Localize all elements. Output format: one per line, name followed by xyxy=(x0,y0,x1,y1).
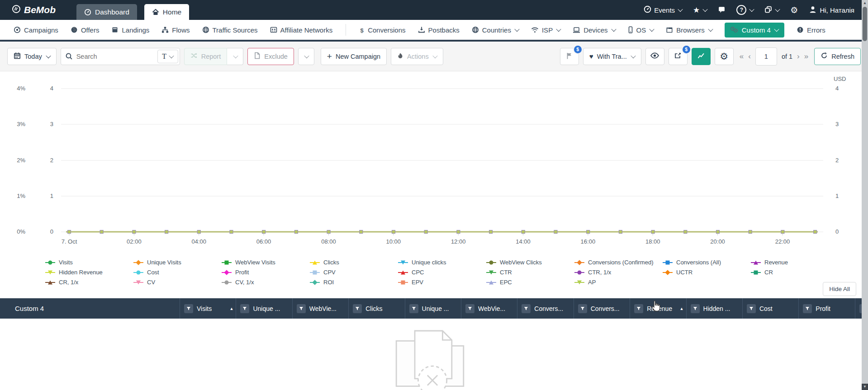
last-page-button[interactable]: » xyxy=(804,52,808,61)
nav-item-offers[interactable]: $Offers xyxy=(71,26,100,34)
column-header-unique[interactable]: Unique ... xyxy=(405,298,461,319)
filter-icon[interactable] xyxy=(578,304,587,313)
report-button[interactable]: Report xyxy=(184,48,228,65)
scrollbar-thumb[interactable] xyxy=(863,7,867,41)
favorites-menu[interactable]: ★ xyxy=(693,5,707,15)
legend-item-conversions-all[interactable]: Conversions (All) xyxy=(663,258,751,267)
flag-filter-button[interactable]: $ xyxy=(560,48,579,65)
tab-dashboard[interactable]: Dashboard xyxy=(76,4,137,20)
page-input[interactable] xyxy=(755,47,777,66)
column-header-unique[interactable]: Unique ... xyxy=(236,298,292,319)
filter-icon[interactable] xyxy=(240,304,249,313)
legend-item-epc[interactable]: EPC xyxy=(486,277,574,287)
user-menu[interactable]: Hi, Наталія xyxy=(809,5,854,15)
nav-item-errors[interactable]: Errors xyxy=(797,26,825,34)
legend-item-conversions-confirmed[interactable]: Conversions (Confirmed) xyxy=(574,258,663,267)
new-campaign-button[interactable]: + New Campaign xyxy=(321,48,387,65)
exclude-button[interactable]: Exclude xyxy=(247,48,294,65)
next-page-button[interactable]: › xyxy=(797,52,800,61)
scroll-up-arrow-icon[interactable]: ▲ xyxy=(862,1,868,5)
filter-icon[interactable] xyxy=(297,304,306,313)
nav-item-countries[interactable]: Countries xyxy=(472,26,519,34)
filter-icon[interactable] xyxy=(634,304,643,313)
legend-item-ap[interactable]: AP xyxy=(574,277,663,287)
nav-item-browsers[interactable]: Browsers xyxy=(666,26,712,34)
nav-item-postbacks[interactable]: Postbacks xyxy=(418,26,460,34)
chat-button[interactable] xyxy=(718,5,726,14)
search-type-dropdown[interactable]: T xyxy=(157,50,178,63)
date-range-button[interactable]: Today xyxy=(7,48,57,65)
legend-item-ctr-1-x[interactable]: CTR, 1/x xyxy=(574,268,663,277)
filter-icon[interactable] xyxy=(522,304,531,313)
legend-item-uctr[interactable]: UCTR xyxy=(663,268,751,277)
legend-item-cr[interactable]: CR xyxy=(751,268,839,277)
help-menu[interactable]: ? xyxy=(736,5,754,15)
actions-button[interactable]: Actions xyxy=(391,48,443,65)
bemob-logo[interactable]: BeMob xyxy=(12,5,56,16)
legend-item-cpc[interactable]: CPC xyxy=(398,268,486,277)
legend-item-profit[interactable]: Profit xyxy=(222,268,310,277)
column-header-cost[interactable]: Cost xyxy=(743,298,799,319)
nav-item-custom-4[interactable]: ⚙⚙Custom 4 xyxy=(725,23,784,38)
filter-icon[interactable] xyxy=(803,304,812,313)
nav-item-conversions[interactable]: $Conversions xyxy=(359,26,405,34)
chart-toggle-button[interactable] xyxy=(692,48,711,65)
filter-icon[interactable] xyxy=(747,304,756,313)
vertical-scrollbar[interactable]: ▲ ▼ xyxy=(862,0,868,390)
legend-item-ctr[interactable]: CTR xyxy=(486,268,574,277)
legend-item-cv-1-x[interactable]: CV, 1/x xyxy=(222,277,310,287)
column-header-webvie[interactable]: WebVie... xyxy=(461,298,517,319)
legend-item-unique-visits[interactable]: Unique Visits xyxy=(133,258,222,267)
report-dropdown-button[interactable] xyxy=(227,48,243,65)
filter-icon[interactable] xyxy=(465,304,474,313)
events-menu[interactable]: Events xyxy=(644,5,682,14)
nav-item-campaigns[interactable]: Campaigns xyxy=(14,26,58,34)
legend-item-hidden-revenue[interactable]: Hidden Revenue xyxy=(45,268,133,277)
legend-item-clicks[interactable]: Clicks xyxy=(310,258,398,267)
column-header-visits[interactable]: Visits▲ xyxy=(180,298,236,319)
legend-item-cv[interactable]: CV xyxy=(133,277,222,287)
refresh-button[interactable]: Refresh xyxy=(814,48,861,65)
column-header-hidden[interactable]: Hidden ... xyxy=(687,298,743,319)
nav-item-devices[interactable]: Devices xyxy=(573,26,615,34)
nav-item-affiliate-networks[interactable]: Affiliate Networks xyxy=(270,26,333,34)
visibility-button[interactable] xyxy=(645,48,664,65)
resources-menu[interactable] xyxy=(764,5,779,14)
scroll-down-arrow-icon[interactable]: ▼ xyxy=(862,384,868,390)
column-header-convers[interactable]: Convers... xyxy=(574,298,630,319)
column-header-clicks[interactable]: Clicks xyxy=(349,298,405,319)
legend-item-cost[interactable]: Cost xyxy=(133,268,222,277)
filter-icon[interactable] xyxy=(184,304,193,313)
column-header-webvie[interactable]: WebVie... xyxy=(293,298,349,319)
nav-item-isp[interactable]: ISP xyxy=(531,26,560,34)
nav-item-os[interactable]: OS xyxy=(628,26,654,34)
settings-menu[interactable]: ⚙ xyxy=(790,6,798,14)
tab-home[interactable]: Home xyxy=(144,4,189,20)
legend-item-cpv[interactable]: CPV xyxy=(310,268,398,277)
nav-item-flows[interactable]: Flows xyxy=(161,26,190,34)
legend-item-epv[interactable]: EPV xyxy=(398,277,486,287)
legend-item-unique-clicks[interactable]: Unique clicks xyxy=(398,258,486,267)
share-button[interactable]: $ xyxy=(669,48,688,65)
group-column-header[interactable]: Custom 4 xyxy=(0,298,180,319)
column-header-profit[interactable]: Profit xyxy=(799,298,855,319)
exclude-dropdown-button[interactable] xyxy=(298,48,314,65)
legend-item-webview-visits[interactable]: WebView Visits xyxy=(222,258,310,267)
nav-item-landings[interactable]: Landings xyxy=(111,26,149,34)
legend-item-webview-clicks[interactable]: WebView Clicks xyxy=(486,258,574,267)
column-header-revenue[interactable]: Revenue▲ xyxy=(630,298,686,319)
legend-item-roi[interactable]: ROI xyxy=(310,277,398,287)
filter-icon[interactable] xyxy=(691,304,700,313)
first-page-button[interactable]: « xyxy=(740,52,744,61)
columns-settings-button[interactable]: ⚙ xyxy=(715,48,734,65)
legend-item-cr-1-x[interactable]: CR, 1/x xyxy=(45,277,133,287)
column-header-convers[interactable]: Convers... xyxy=(517,298,574,319)
hide-all-button[interactable]: Hide All xyxy=(823,282,856,296)
traffic-filter-dropdown[interactable]: ♥ With Tra... xyxy=(583,48,641,65)
legend-item-revenue[interactable]: Revenue xyxy=(751,258,839,267)
nav-item-traffic-sources[interactable]: Traffic Sources xyxy=(202,26,258,34)
filter-icon[interactable] xyxy=(409,304,418,313)
filter-icon[interactable] xyxy=(353,304,362,313)
legend-item-visits[interactable]: Visits xyxy=(45,258,133,267)
prev-page-button[interactable]: ‹ xyxy=(748,52,751,61)
